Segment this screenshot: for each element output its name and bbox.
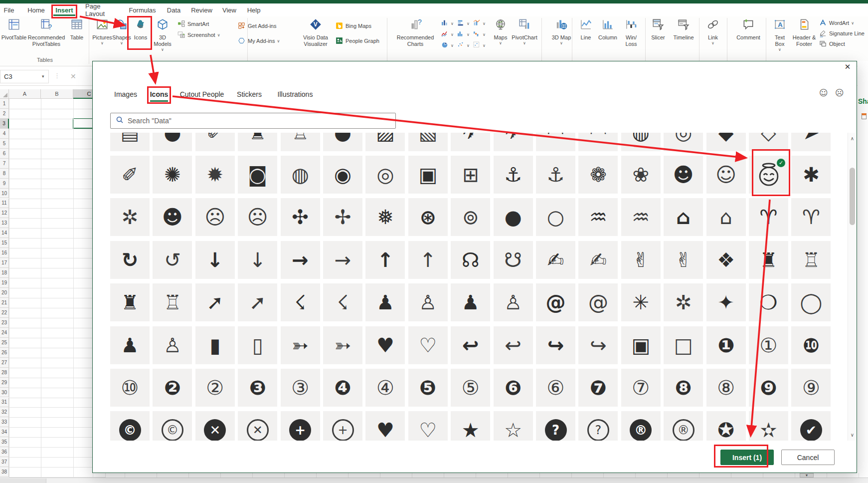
row-header-4[interactable]: 4 [0, 129, 9, 139]
row-header-30[interactable]: 30 [0, 388, 9, 398]
row-header-12[interactable]: 12 [0, 208, 9, 218]
dialog-tab-stickers[interactable]: Stickers [234, 86, 264, 103]
row-header-3[interactable]: 3 [0, 119, 9, 129]
icon-cell-badge-9-filled[interactable]: ❾ [749, 369, 788, 407]
icon-cell-arrow-right-outline[interactable]: → [323, 241, 362, 279]
icon-cell-badge-9-outline[interactable]: ⑨ [791, 369, 831, 407]
icon-cell-badge-4-filled[interactable]: ❹ [323, 369, 362, 407]
icon-cell-backpack-filled[interactable]: ▣ [621, 326, 661, 364]
icon-cell-architecture-sketch-outline[interactable]: ⌂ [706, 198, 746, 236]
row-header-37[interactable]: 37 [0, 457, 9, 467]
column-header-B[interactable]: B [41, 89, 73, 99]
row-header-29[interactable]: 29 [0, 378, 9, 388]
feedback-sad-icon[interactable]: ☹ [835, 88, 844, 98]
tab-formulas[interactable]: Formulas [129, 3, 156, 16]
icon-cell-atom-outline[interactable]: ✲ [664, 283, 703, 321]
icon-cell-ambulance-filled[interactable]: ▣ [408, 156, 448, 194]
icon-cell-baby-bottle-outline[interactable]: ▯ [238, 326, 277, 364]
icon-cell-forward-arrow-outline[interactable]: ↪ [578, 326, 618, 364]
icon-cell-field-rows-outline[interactable]: ▧ [408, 133, 448, 151]
icon-cell-arrow-right-filled[interactable]: → [281, 241, 320, 279]
row-header-35[interactable]: 35 [0, 437, 9, 447]
icon-cell-astronaut-filled[interactable]: ♟ [365, 283, 405, 321]
icon-cell-add-outline[interactable]: + [323, 411, 362, 441]
icon-cell-arrow-up-filled[interactable]: ↑ [365, 241, 405, 279]
column-header-A[interactable]: A [9, 89, 41, 99]
ribbon-button-insert-statistic-chart[interactable]: ∨ [473, 29, 486, 39]
dialog-tab-cutout-people[interactable]: Cutout People [177, 86, 227, 103]
scroll-arrow-button[interactable]: ▼ [800, 473, 814, 478]
icon-cell-star-outline[interactable]: ☆ [494, 411, 533, 441]
row-header-33[interactable]: 33 [0, 417, 9, 427]
ribbon-button-get-add-ins[interactable]: Get Add-ins [237, 21, 276, 31]
icon-cell-ant-outline[interactable]: ✢ [323, 198, 362, 236]
icon-cell-baby-outline[interactable]: ♙ [153, 326, 192, 364]
row-header-27[interactable]: 27 [0, 358, 9, 368]
icon-cell-badge-2-filled[interactable]: ❷ [153, 369, 192, 407]
row-header-28[interactable]: 28 [0, 368, 9, 378]
row-header-2[interactable]: 2 [0, 109, 9, 119]
icon-cell-astronaut-outline[interactable]: ♙ [408, 283, 448, 321]
icon-cell-arrow-up-outline[interactable]: ↑ [408, 241, 448, 279]
row-header-18[interactable]: 18 [0, 268, 9, 278]
icon-cell-badge-7-outline[interactable]: ⑦ [621, 369, 661, 407]
tab-page-layout[interactable]: Page Layout [83, 3, 119, 16]
icon-cell-apple-filled[interactable]: ● [494, 198, 533, 236]
row-header-13[interactable]: 13 [0, 218, 9, 228]
icon-cell-airplane-filled[interactable]: ✈ [451, 133, 490, 151]
icon-cell-angry-face-filled[interactable]: ☻ [153, 198, 192, 236]
icon-cell-badge-5-outline[interactable]: ⑤ [451, 369, 490, 407]
icon-cell-angel-smiley-outline[interactable]: ☺ [706, 156, 746, 194]
icon-cell-add-filled[interactable]: + [281, 411, 320, 441]
icon-cell-needle-and-thread[interactable]: ✐ [110, 156, 150, 194]
icon-cell-anemone-outline[interactable]: ◎ [664, 133, 703, 151]
icon-cell-shrine-filled[interactable]: ♜ [110, 283, 150, 321]
tab-data[interactable]: Data [166, 3, 181, 16]
icon-cell-thread[interactable]: ✐ [195, 133, 235, 151]
row-header-15[interactable]: 15 [0, 238, 9, 248]
icon-cell-heart-outline[interactable]: ♡ [408, 411, 448, 441]
dialog-tab-images[interactable]: Images [111, 86, 140, 103]
icon-cell-at-symbol-outline[interactable]: @ [578, 283, 618, 321]
icon-cell-annoyed-face-outline[interactable]: ☹ [195, 198, 235, 236]
icon-cell-artist-filled[interactable]: ✍ [536, 241, 575, 279]
icon-cell-astronaut-helmet-outline[interactable]: ♙ [494, 283, 533, 321]
ribbon-button-shapes[interactable]: Shapes∨ [113, 18, 131, 65]
row-header-32[interactable]: 32 [0, 407, 9, 417]
ribbon-button-pictures[interactable]: Pictures∨ [92, 18, 113, 65]
ribbon-button-icons[interactable]: Icons [131, 18, 151, 65]
row-header-10[interactable]: 10 [0, 189, 9, 199]
formula-cancel-icon[interactable]: ✕ [70, 72, 76, 80]
icon-cell-badge-8-filled[interactable]: ❽ [664, 369, 703, 407]
row-header-24[interactable]: 24 [0, 328, 9, 338]
row-header-6[interactable]: 6 [0, 149, 9, 159]
ribbon-button-my-add-ins[interactable]: My Add-ins∨ [237, 36, 280, 46]
icon-cell-bridge-outline[interactable]: ♖ [281, 133, 320, 151]
dialog-close-icon[interactable]: ✕ [843, 62, 853, 72]
row-header-16[interactable]: 16 [0, 248, 9, 258]
icon-cell-badge-10-outline[interactable]: ⑩ [110, 369, 150, 407]
row-header-9[interactable]: 9 [0, 179, 9, 189]
icon-cell-asia-map[interactable]: ❖ [706, 241, 746, 279]
icon-cell-africa-map[interactable]: ● [323, 133, 362, 151]
icon-cell-angry-face-outline[interactable]: ☹ [238, 198, 277, 236]
ribbon-button-wordart[interactable]: WordArt∨ [819, 18, 854, 28]
icon-cell-refresh-arrows-outline[interactable]: ↺ [153, 241, 192, 279]
icon-cell-badge-1-outline[interactable]: ① [749, 326, 788, 364]
ribbon-button-comment[interactable]: Comment [735, 18, 762, 65]
row-header-11[interactable]: 11 [0, 199, 9, 209]
icon-cell-notebook[interactable]: ▤ [110, 133, 150, 151]
icon-cell-forward-arrow-filled[interactable]: ↪ [536, 326, 575, 364]
name-box-dropdown-icon[interactable]: ▾ [42, 74, 44, 79]
ribbon-button-recommended-charts[interactable]: ?Recommended Charts [398, 18, 433, 65]
row-header-31[interactable]: 31 [0, 398, 9, 408]
dialog-scrollbar[interactable]: ∧ ∨ [848, 133, 856, 441]
ribbon-button-pivotchart[interactable]: PivotChart∨ [513, 18, 536, 65]
icon-cell-question-filled[interactable]: ? [536, 411, 575, 441]
icon-cell-yarn-ball-outline[interactable]: ✹ [195, 156, 235, 194]
tab-file[interactable]: File [2, 3, 16, 16]
icon-cell-baby-bottle-filled[interactable]: ▮ [195, 326, 235, 364]
scroll-up-icon[interactable]: ∧ [848, 136, 857, 141]
icon-cell-mountain-climber-outline[interactable]: ➚ [238, 283, 277, 321]
row-header-14[interactable]: 14 [0, 228, 9, 238]
